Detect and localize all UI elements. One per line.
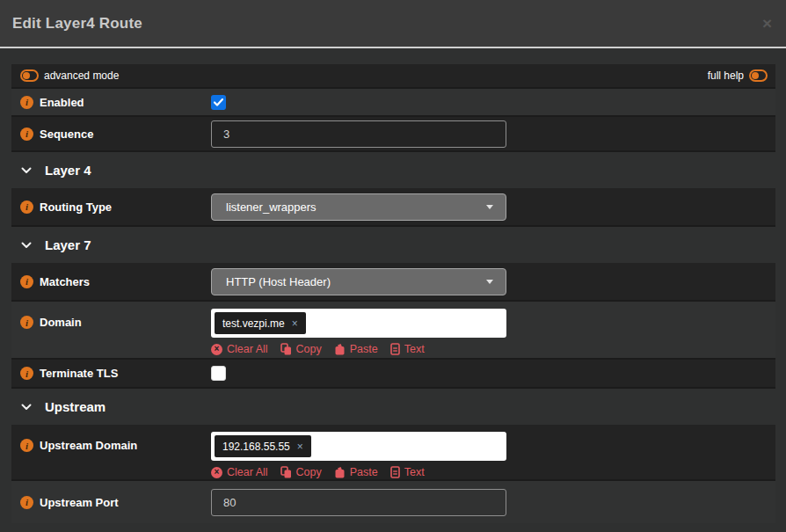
paste-label: Paste xyxy=(350,343,378,355)
sequence-input[interactable] xyxy=(211,120,506,148)
text-button[interactable]: Text xyxy=(390,466,425,478)
paste-label: Paste xyxy=(350,466,378,478)
upstream-domain-label-cell: i Upstream Domain xyxy=(11,439,211,452)
matchers-label: Matchers xyxy=(40,275,90,288)
clear-all-label: Clear All xyxy=(227,343,268,355)
copy-label: Copy xyxy=(296,343,322,355)
file-text-icon xyxy=(390,343,400,355)
paste-icon xyxy=(334,343,346,355)
copy-button[interactable]: Copy xyxy=(280,343,322,355)
dialog-titlebar: Edit Layer4 Route × xyxy=(0,0,786,48)
paste-icon xyxy=(334,466,346,478)
clear-all-button[interactable]: × Clear All xyxy=(211,466,268,478)
section-layer7[interactable]: Layer 7 xyxy=(11,227,775,263)
sequence-label-cell: i Sequence xyxy=(11,128,211,141)
domain-label-cell: i Domain xyxy=(11,316,211,329)
paste-button[interactable]: Paste xyxy=(334,466,378,478)
copy-label: Copy xyxy=(296,466,322,478)
remove-token-icon[interactable]: × xyxy=(292,318,298,329)
file-text-icon xyxy=(390,466,400,478)
terminate-tls-row: i Terminate TLS xyxy=(11,360,775,389)
sequence-row: i Sequence xyxy=(11,117,775,152)
advanced-mode-toggle-icon[interactable] xyxy=(20,69,39,82)
domain-token-chip: test.vezpi.me × xyxy=(215,312,306,334)
routing-type-row: i Routing Type listener_wrappers xyxy=(11,188,775,227)
domain-label: Domain xyxy=(40,316,82,329)
copy-icon xyxy=(280,466,292,478)
routing-type-selected-value: listener_wrappers xyxy=(226,200,317,214)
matchers-label-cell: i Matchers xyxy=(11,275,211,288)
text-button[interactable]: Text xyxy=(390,343,425,355)
section-layer4-label: Layer 4 xyxy=(45,163,91,178)
clear-all-label: Clear All xyxy=(227,466,268,478)
clear-all-button[interactable]: × Clear All xyxy=(211,343,268,355)
chevron-down-icon xyxy=(21,404,32,411)
terminate-tls-label: Terminate TLS xyxy=(40,367,118,380)
text-label: Text xyxy=(404,343,425,355)
info-icon[interactable]: i xyxy=(20,96,33,109)
copy-button[interactable]: Copy xyxy=(280,466,322,478)
enabled-checkbox[interactable] xyxy=(211,95,226,110)
matchers-selected-value: HTTP (Host Header) xyxy=(226,275,331,288)
routing-type-control: listener_wrappers xyxy=(211,193,775,221)
matchers-select[interactable]: HTTP (Host Header) xyxy=(211,268,506,295)
full-help-toggle-icon[interactable] xyxy=(749,69,768,82)
section-layer7-label: Layer 7 xyxy=(45,237,91,252)
info-icon[interactable]: i xyxy=(20,316,33,329)
matchers-control: HTTP (Host Header) xyxy=(211,268,775,295)
section-upstream-label: Upstream xyxy=(45,399,106,414)
advanced-mode-toggle-group[interactable]: advanced mode xyxy=(20,69,119,82)
upstream-port-input[interactable] xyxy=(211,489,506,516)
enabled-label: Enabled xyxy=(40,96,84,109)
info-icon[interactable]: i xyxy=(20,275,33,288)
full-help-label: full help xyxy=(708,69,744,82)
info-icon[interactable]: i xyxy=(20,439,33,452)
help-toggles-row: advanced mode full help xyxy=(11,64,775,89)
upstream-port-row: i Upstream Port xyxy=(11,481,775,523)
domain-token-text: test.vezpi.me xyxy=(222,317,285,330)
info-icon[interactable]: i xyxy=(20,496,33,509)
terminate-tls-checkbox[interactable] xyxy=(211,366,226,381)
clear-all-icon: × xyxy=(211,467,222,478)
matchers-row: i Matchers HTTP (Host Header) xyxy=(11,263,775,302)
advanced-mode-label: advanced mode xyxy=(44,69,119,82)
sequence-control xyxy=(211,120,775,148)
upstream-domain-token-input[interactable]: 192.168.55.55 × xyxy=(211,432,506,461)
upstream-port-label: Upstream Port xyxy=(40,496,119,509)
dialog-title: Edit Layer4 Route xyxy=(12,15,142,33)
section-upstream[interactable]: Upstream xyxy=(11,389,775,425)
enabled-label-cell: i Enabled xyxy=(11,96,211,109)
copy-icon xyxy=(280,343,292,355)
clear-all-icon: × xyxy=(211,344,222,355)
enabled-control xyxy=(211,95,775,110)
paste-button[interactable]: Paste xyxy=(334,343,378,355)
remove-token-icon[interactable]: × xyxy=(297,441,303,452)
edit-layer4-route-dialog: Edit Layer4 Route × advanced mode full h… xyxy=(0,0,786,532)
domain-row: i Domain test.vezpi.me × × Clear All xyxy=(11,302,775,360)
check-icon xyxy=(214,98,223,106)
text-label: Text xyxy=(404,466,425,478)
upstream-domain-control: 192.168.55.55 × × Clear All Copy xyxy=(211,425,775,478)
info-icon[interactable]: i xyxy=(20,367,33,380)
upstream-domain-token-chip: 192.168.55.55 × xyxy=(215,435,311,457)
upstream-domain-token-actions: × Clear All Copy Paste Text xyxy=(211,466,775,478)
caret-down-icon xyxy=(486,205,493,209)
dialog-body: advanced mode full help i Enabled i xyxy=(0,48,786,523)
caret-down-icon xyxy=(486,280,493,284)
info-icon[interactable]: i xyxy=(20,200,33,214)
sequence-label: Sequence xyxy=(40,128,93,141)
upstream-domain-row: i Upstream Domain 192.168.55.55 × × Clea… xyxy=(11,425,775,481)
upstream-port-control xyxy=(211,489,775,516)
upstream-domain-token-text: 192.168.55.55 xyxy=(222,441,290,453)
full-help-toggle-group[interactable]: full help xyxy=(708,69,768,82)
domain-token-input[interactable]: test.vezpi.me × xyxy=(211,309,506,338)
routing-type-select[interactable]: listener_wrappers xyxy=(211,193,506,221)
routing-type-label: Routing Type xyxy=(40,200,112,214)
chevron-down-icon xyxy=(21,242,32,249)
section-layer4[interactable]: Layer 4 xyxy=(11,152,775,188)
domain-control: test.vezpi.me × × Clear All Copy xyxy=(211,302,775,355)
terminate-tls-control xyxy=(211,366,775,381)
chevron-down-icon xyxy=(21,167,32,174)
close-icon[interactable]: × xyxy=(762,15,772,32)
info-icon[interactable]: i xyxy=(20,128,33,141)
